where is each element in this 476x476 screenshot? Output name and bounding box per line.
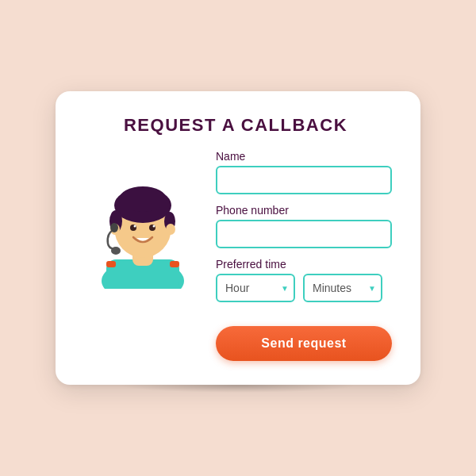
time-row: Hour 123 456 789 101112 ▼ Minutes 0015 3… bbox=[216, 274, 392, 302]
svg-point-7 bbox=[119, 186, 167, 212]
avatar bbox=[87, 158, 198, 289]
minutes-select[interactable]: Minutes 0015 3045 bbox=[303, 274, 382, 302]
phone-input[interactable] bbox=[216, 220, 392, 248]
phone-label: Phone number bbox=[216, 204, 392, 217]
card-title: REQUEST A CALLBACK bbox=[79, 115, 392, 136]
card-body: Name Phone number Preferred time Hour 12… bbox=[79, 150, 392, 361]
form-section: Name Phone number Preferred time Hour 12… bbox=[206, 150, 392, 361]
svg-point-15 bbox=[153, 225, 155, 228]
svg-point-14 bbox=[134, 225, 136, 228]
svg-point-16 bbox=[111, 247, 121, 255]
svg-rect-3 bbox=[170, 261, 179, 267]
minutes-select-wrap: Minutes 0015 3045 ▼ bbox=[303, 274, 382, 302]
svg-point-17 bbox=[110, 223, 118, 232]
avatar-section bbox=[79, 150, 206, 289]
hour-select-wrap: Hour 123 456 789 101112 ▼ bbox=[216, 274, 295, 302]
preferred-time-label: Preferred time bbox=[216, 258, 392, 271]
name-input[interactable] bbox=[216, 166, 392, 194]
preferred-time-group: Preferred time Hour 123 456 789 101112 ▼ bbox=[216, 258, 392, 317]
send-request-button[interactable]: Send request bbox=[216, 326, 392, 361]
name-label: Name bbox=[216, 150, 392, 163]
phone-field-group: Phone number bbox=[216, 204, 392, 248]
hour-select[interactable]: Hour 123 456 789 101112 bbox=[216, 274, 295, 302]
callback-card: REQUEST A CALLBACK bbox=[56, 91, 420, 385]
name-field-group: Name bbox=[216, 150, 392, 194]
svg-rect-2 bbox=[106, 261, 116, 267]
svg-point-11 bbox=[166, 224, 175, 235]
